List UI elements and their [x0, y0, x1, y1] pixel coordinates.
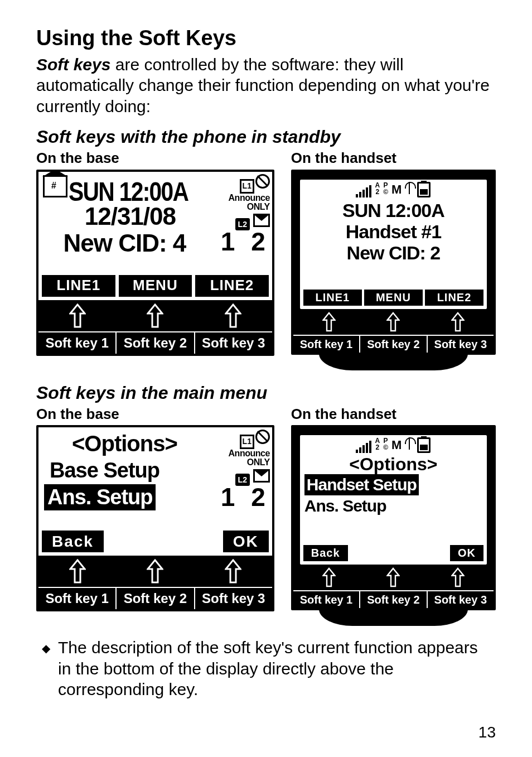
l1-indicator: L1 [240, 179, 254, 194]
handset-time: SUN 12:00A [300, 199, 487, 223]
arrow-up-icon [297, 309, 361, 335]
arrow-up-icon [297, 565, 361, 590]
mail-icon [253, 469, 270, 483]
section-menu-title: Soft keys in the main menu [36, 382, 496, 404]
arrow-up-icon [117, 300, 195, 331]
mail-icon [253, 214, 270, 227]
base-label-row: Soft key 1 Soft key 2 Soft key 3 [38, 331, 272, 354]
menu-handset-setup[interactable]: Handset Setup [304, 474, 419, 495]
pc-indicator: P© [383, 182, 388, 197]
section-standby-title: Soft keys with the phone in standby [36, 126, 496, 148]
handset-arrows-2 [293, 565, 494, 590]
base-date: 12/31/08 [55, 201, 205, 232]
page-number: 13 [36, 722, 496, 742]
handset-softkey-row: LINE1 MENU LINE2 [303, 290, 483, 306]
handset-menu-softrow: Back OK [303, 545, 483, 561]
softkey2-label: Soft key 2 [115, 588, 194, 609]
handset-device-menu: A2 P© M <Options> Handset Setup Ans. Set… [291, 425, 496, 610]
menu-row: On the base <Options> Base Setup Ans. Se… [36, 405, 496, 626]
softkey2-label: Soft key 2 [359, 336, 426, 353]
handset-lcd-menu: A2 P© M <Options> Handset Setup Ans. Set… [300, 435, 487, 565]
softkey1-label: Soft key 1 [38, 588, 115, 609]
l1-indicator: L1 [240, 435, 254, 449]
base-lcd-menu: <Options> Base Setup Ans. Setup L1 Annou… [38, 427, 272, 556]
a2-indicator: A2 [375, 437, 380, 453]
menu-ans-setup[interactable]: Ans. Setup [300, 495, 487, 517]
base-device-menu: <Options> Base Setup Ans. Setup L1 Annou… [36, 425, 274, 611]
softkey1-label: Soft key 1 [293, 591, 359, 608]
options-title: <Options> [44, 430, 205, 457]
announce-label: Announce [209, 449, 270, 458]
arrow-up-icon [38, 300, 117, 331]
antenna-icon [405, 437, 414, 450]
only-label: ONLY [209, 202, 270, 211]
signal-icon [356, 182, 371, 197]
handset-curve-2 [319, 609, 468, 626]
softkey3-label: Soft key 3 [427, 336, 494, 353]
base-softkey-row: LINE1 MENU LINE2 [42, 275, 269, 297]
signal-icon [356, 437, 371, 453]
mute-icon: M [391, 437, 402, 453]
softkey-line1[interactable]: LINE1 [42, 275, 115, 297]
softkey3-label: Soft key 3 [427, 591, 494, 608]
intro-emphasis: Soft keys [36, 55, 110, 74]
handset-status: A2 P© M [300, 182, 487, 197]
msg-counts: 1 2 [209, 230, 270, 253]
handset-status-2: A2 P© M [300, 437, 487, 453]
softkey-ok[interactable]: OK [450, 545, 483, 561]
battery-icon [417, 437, 431, 453]
arrow-up-icon [194, 556, 272, 587]
bullet-icon: ◆ [42, 642, 50, 700]
handset-lcd: A2 P© M SUN 12:00A Handset #1 New CID: 2… [300, 180, 487, 309]
pc-indicator: P© [383, 437, 388, 453]
dnd-icon [255, 174, 270, 189]
softkey-ok[interactable]: OK [223, 531, 269, 552]
softkey-empty [107, 531, 220, 552]
softkey2-label: Soft key 2 [115, 332, 194, 354]
base-lcd: SUN 12:00A 12/31/08 New CID: 4 L1 Announ… [38, 172, 272, 300]
base-cid: New CID: 4 [44, 228, 205, 258]
standby-row: On the base SUN 12:00A 12/31/08 New CID:… [36, 149, 496, 370]
menu-ans-setup[interactable]: Ans. Setup [44, 484, 156, 511]
softkey2-label: Soft key 2 [359, 591, 426, 608]
battery-icon [417, 182, 431, 197]
softkey-back[interactable]: Back [42, 531, 104, 552]
base-caption: On the base [36, 149, 274, 167]
arrow-up-icon [425, 565, 490, 590]
softkey-line2[interactable]: LINE2 [425, 290, 483, 306]
handset-arrows [293, 309, 494, 335]
arrow-up-icon [361, 309, 426, 335]
home-icon [43, 175, 70, 198]
softkey-menu[interactable]: MENU [364, 290, 423, 306]
announce-label: Announce [209, 194, 270, 202]
menu-base-setup[interactable]: Base Setup [44, 457, 205, 484]
bullet-note: ◆ The description of the soft key's curr… [36, 637, 496, 700]
handset-label-row: Soft key 1 Soft key 2 Soft key 3 [293, 335, 494, 353]
softkey1-label: Soft key 1 [293, 336, 359, 353]
msg-counts: 1 2 [209, 486, 270, 509]
base-indicators-2: L1 Announce ONLY L2 1 2 [209, 430, 270, 509]
arrow-up-icon [425, 309, 490, 335]
dnd-icon [255, 430, 270, 444]
bullet-text: The description of the soft key's curren… [58, 637, 490, 700]
softkey-back[interactable]: Back [303, 545, 348, 561]
handset-label-row-2: Soft key 1 Soft key 2 Soft key 3 [293, 590, 494, 608]
arrow-row-2 [38, 556, 272, 587]
arrow-up-icon [117, 556, 195, 587]
softkey-empty [350, 545, 448, 561]
handset-device-standby: A2 P© M SUN 12:00A Handset #1 New CID: 2… [291, 170, 496, 355]
softkey-line2[interactable]: LINE2 [195, 275, 269, 297]
arrow-up-icon [38, 556, 117, 587]
handset-cid: New CID: 2 [300, 241, 487, 265]
softkey-line1[interactable]: LINE1 [303, 290, 362, 306]
base-indicators: L1 Announce ONLY L2 1 2 [209, 174, 270, 253]
softkey3-label: Soft key 3 [194, 588, 272, 609]
softkey1-label: Soft key 1 [38, 332, 115, 354]
base-label-row-2: Soft key 1 Soft key 2 Soft key 3 [38, 587, 272, 609]
arrow-row [38, 300, 272, 331]
softkey-menu[interactable]: MENU [119, 275, 192, 297]
options-title: <Options> [300, 453, 487, 475]
page-title: Using the Soft Keys [36, 25, 496, 52]
base-device-standby: SUN 12:00A 12/31/08 New CID: 4 L1 Announ… [36, 170, 274, 356]
intro-text: Soft keys are controlled by the software… [36, 54, 496, 117]
